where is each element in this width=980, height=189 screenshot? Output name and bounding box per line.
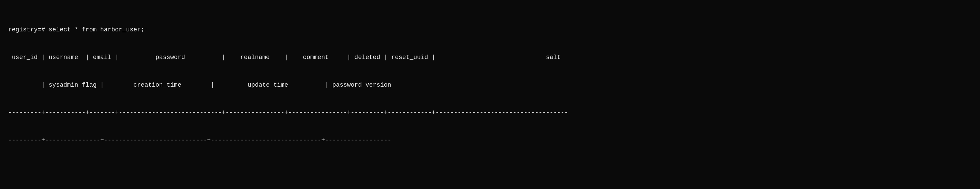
separator-1: ---------+-----------+-------+----------…	[8, 108, 972, 118]
header-line-1: user_id | username | email | password | …	[8, 53, 972, 62]
separator-2: ---------+---------------+--------------…	[8, 136, 972, 145]
blank	[8, 164, 972, 173]
terminal-window: registry=# select * from harbor_user; us…	[8, 7, 972, 189]
command-line: registry=# select * from harbor_user;	[8, 25, 972, 35]
header-line-2: | sysadmin_flag | creation_time | update…	[8, 81, 972, 90]
